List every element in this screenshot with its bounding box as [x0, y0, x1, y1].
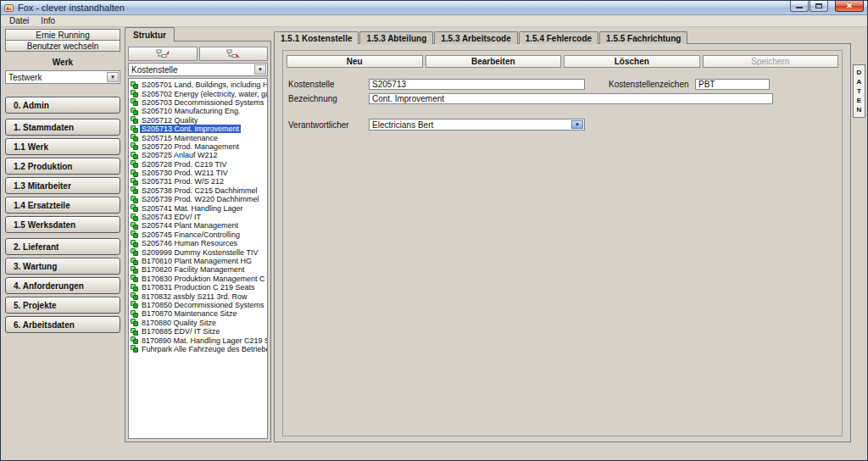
sidebar-item-1-1-werk[interactable]: 1.1 Werk [5, 138, 120, 155]
tab-daten-letter: T [857, 87, 861, 95]
tab-1-5-3-arbeitscode[interactable]: 1.5.3 Arbeitscode [434, 31, 517, 44]
minimize-button[interactable] [790, 1, 809, 12]
tree-item[interactable]: S205713 Cont. Improvement [131, 125, 267, 133]
tree-item[interactable]: B170810 Plant Management HG [131, 257, 267, 265]
tree-item[interactable]: S205710 Manufacturing Eng. [131, 107, 267, 115]
sidebar-item-4-anforderungen[interactable]: 4. Anforderungen [5, 277, 120, 294]
neu-button[interactable]: Neu [287, 55, 423, 68]
werk-select-value: Testwerk [8, 73, 120, 82]
tree-item[interactable]: S205701 Land, Buildings, including Heati… [131, 81, 267, 89]
tree-item[interactable]: B170820 Facility Management [131, 265, 267, 274]
kostenstelle-icon [131, 266, 138, 274]
tree-item[interactable]: B170885 EDV/ IT Sitze [131, 327, 267, 336]
tree-item[interactable]: B170870 Maintenance Sitze [131, 309, 267, 318]
sidebar-item-1-5-werksdaten[interactable]: 1.5 Werksdaten [5, 216, 120, 233]
tree-item[interactable]: S205738 Prod. C215 Dachhimmel [131, 186, 267, 195]
tab-daten-letter: N [857, 106, 862, 114]
kostenstelle-icon [131, 230, 138, 238]
bezeichnung-input[interactable] [369, 93, 773, 104]
tree-item[interactable]: S205731 Prod. W/S 212 [131, 177, 267, 186]
tree-item-label: S205713 Cont. Improvement [140, 125, 241, 133]
tab-daten[interactable]: DATEN [853, 64, 865, 118]
tree-item[interactable]: 8170880 Quality Sitze [131, 319, 267, 327]
kostenstelle-filter-value: Kostenstelle [131, 65, 267, 75]
tree-item[interactable]: S205743 EDV/ IT [131, 213, 267, 221]
kostenstelle-filter-select[interactable]: Kostenstelle ▼ [128, 63, 268, 76]
bearbeiten-button[interactable]: Bearbeiten [426, 55, 562, 68]
tree-item[interactable]: S205715 Maintenance [131, 133, 267, 142]
sidebar-item-2-lieferant[interactable]: 2. Lieferant [5, 238, 120, 255]
kostenstelle-icon [131, 142, 138, 150]
close-icon: ✕ [846, 2, 853, 10]
tree-item[interactable]: S205720 Prod. Management [131, 142, 267, 151]
sidebar-item-3-wartung[interactable]: 3. Wartung [5, 258, 120, 275]
tree-item[interactable]: S205739 Prod. W220 Dachhimmel [131, 195, 267, 203]
current-user-button[interactable]: Ernie Running [5, 29, 120, 41]
expand-tree-button[interactable] [199, 47, 269, 61]
kostenstelle-input[interactable] [369, 79, 585, 90]
tree-item[interactable]: S205745 Finance/Controlling [131, 230, 267, 239]
kostenstelle-icon [131, 152, 138, 159]
tree-item-label: B170820 Facility Management [140, 265, 247, 274]
close-button[interactable]: ✕ [835, 1, 864, 12]
tab-1-5-1-kostenstelle[interactable]: 1.5.1 Kostenstelle [274, 31, 359, 44]
tree-item[interactable]: S209999 Dummy Kostenstelle TIV [131, 247, 267, 256]
kostenstellenzeichen-input[interactable] [695, 79, 770, 90]
chevron-down-icon[interactable]: ▼ [254, 64, 266, 75]
kostenstelle-icon [131, 160, 138, 168]
speichern-button: Speichern [703, 55, 839, 68]
menu-item-info[interactable]: Info [35, 16, 61, 25]
tree-item-label: S205745 Finance/Controlling [140, 230, 242, 239]
kostenstelle-icon [131, 248, 138, 256]
sidebar-item-1-3-mitarbeiter[interactable]: 1.3 Mitarbeiter [5, 177, 120, 194]
sidebar-item-1-stammdaten[interactable]: 1. Stammdaten [5, 119, 120, 136]
tab-struktur[interactable]: Struktur [125, 27, 175, 42]
kostenstelle-icon [131, 186, 138, 194]
tree-item-label: B170850 Decommissioned Systems [140, 301, 266, 309]
tree-item-label: B170830 Produktion Management C 219 Sitz… [140, 275, 268, 283]
tree-item-label: B170885 EDV/ IT Sitze [140, 327, 221, 336]
collapse-tree-button[interactable] [128, 47, 198, 61]
expand-tree-icon [226, 49, 240, 59]
tree-item[interactable]: S205746 Human Resources [131, 239, 267, 247]
sidebar-item-1-4-ersatzteile[interactable]: 1.4 Ersatzteile [5, 197, 120, 214]
maximize-button[interactable] [810, 1, 828, 12]
tree-item[interactable]: 8170832 assbly S211 3rd. Row [131, 292, 267, 300]
chevron-down-icon[interactable]: ▼ [107, 72, 119, 82]
tree-item-label: S205739 Prod. W220 Dachhimmel [140, 195, 261, 203]
tree-item[interactable]: S205703 Decommissioned Systems [131, 98, 267, 107]
tree-item-label: B170870 Maintenance Sitze [140, 309, 239, 318]
tree-item[interactable]: S205728 Prod. C219 TIV [131, 160, 267, 169]
tree-item[interactable]: 8170890 Mat. Handling Lager C219 Sitze [131, 336, 267, 344]
sidebar-item-5-projekte[interactable]: 5. Projekte [5, 297, 120, 314]
switch-user-button[interactable]: Benutzer wechseln [5, 40, 120, 52]
tree-item[interactable]: S205730 Prod. W211 TIV [131, 169, 267, 177]
tree-item-label: S205715 Maintenance [140, 134, 220, 142]
tab-1-5-5-fachrichtung[interactable]: 1.5.5 Fachrichtung [599, 31, 687, 44]
tree-item-label: 8170890 Mat. Handling Lager C219 Sitze [140, 336, 268, 345]
kostenstelle-icon [131, 178, 138, 186]
sidebar-item-1-2-produktion[interactable]: 1.2 Produktion [5, 158, 120, 175]
tree-item[interactable]: S205712 Quality [131, 116, 267, 125]
kostenstelle-icon [131, 310, 138, 318]
tree-item[interactable]: S205744 Plant Management [131, 221, 267, 230]
tree-item[interactable]: Fuhrpark Alle Fahrzeuge des Betriebes [131, 345, 267, 353]
tree-item-label: Fuhrpark Alle Fahrzeuge des Betriebes [140, 345, 268, 353]
tab-1-5-4-fehlercode[interactable]: 1.5.4 Fehlercode [519, 31, 598, 44]
tab-1-5-3-abteilung[interactable]: 1.5.3 Abteilung [359, 31, 433, 44]
tree-item[interactable]: S205702 Energy (electricity, water, gas) [131, 89, 267, 97]
löschen-button[interactable]: Löschen [564, 55, 700, 68]
menu-item-datei[interactable]: Datei [3, 16, 35, 25]
tree-item[interactable]: B170850 Decommissioned Systems [131, 301, 267, 309]
werk-select[interactable]: Testwerk ▼ [5, 70, 120, 84]
tree-item[interactable]: B170830 Produktion Management C 219 Sitz… [131, 275, 267, 283]
tree-item[interactable]: B170831 Production C 219 Seats [131, 283, 267, 292]
chevron-down-icon[interactable]: ▼ [571, 120, 583, 129]
sidebar-item-0-admin[interactable]: 0. Admin [5, 97, 120, 114]
tree-item[interactable]: S205725 Anlauf W212 [131, 151, 267, 159]
sidebar-item-6-arbeitsdaten[interactable]: 6. Arbeitsdaten [5, 316, 120, 333]
kostenstelle-icon [131, 98, 138, 106]
verantwortlicher-select[interactable]: Electricians Bert ▼ [369, 119, 585, 131]
tree-item[interactable]: S205741 Mat. Handling Lager [131, 203, 267, 212]
tree-item-label: S205728 Prod. C219 TIV [140, 160, 228, 169]
